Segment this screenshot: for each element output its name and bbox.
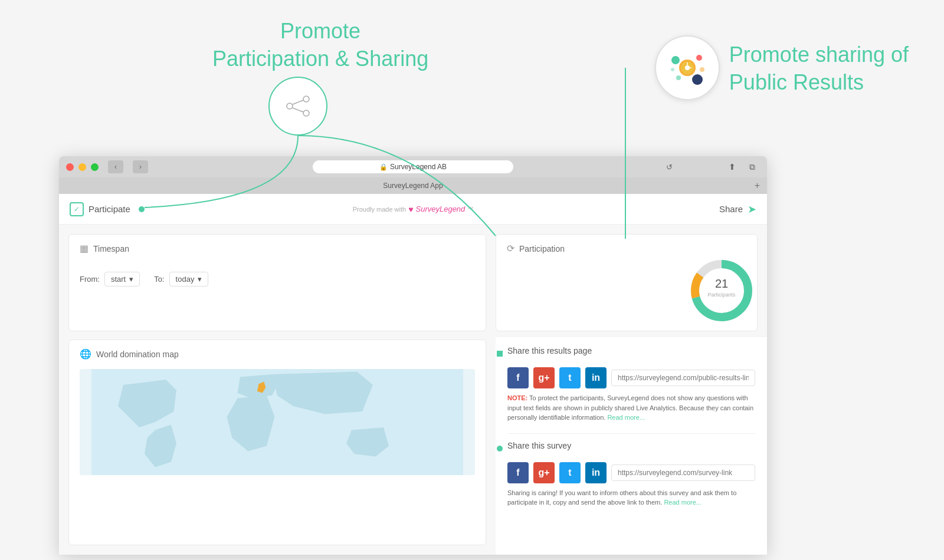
address-bar[interactable]: 🔒 SurveyLegend AB	[313, 160, 513, 173]
traffic-light-red[interactable]	[66, 163, 74, 171]
googleplus-button-survey[interactable]: g+	[533, 462, 555, 483]
traffic-light-yellow[interactable]	[78, 163, 86, 171]
svg-point-0	[287, 103, 293, 109]
participate-label: Participate	[88, 204, 130, 214]
from-field: From: start ▾	[80, 272, 140, 286]
svg-point-7	[685, 65, 690, 70]
share-button[interactable]: Share ➤	[719, 203, 756, 216]
right-annotation: Promote sharing of Public Results	[729, 41, 909, 97]
map-body	[80, 369, 475, 475]
facebook-button-survey[interactable]: f	[507, 462, 529, 483]
participate-button[interactable]: ✓ Participate	[70, 202, 145, 216]
results-note: NOTE: To protect the participants, Surve…	[507, 393, 755, 423]
svg-point-2	[303, 110, 309, 116]
participation-donut: 21 Participants	[680, 252, 758, 325]
participate-icon: ✓	[70, 202, 84, 216]
share-results-title: Share this results page	[507, 346, 592, 355]
to-select[interactable]: today ▾	[169, 272, 209, 286]
send-icon: ➤	[748, 203, 756, 216]
share-icon-circle	[268, 77, 327, 136]
participation-card: ⟳ Participation 21 Parti	[496, 234, 758, 331]
tab-bar: SurveyLegend App +	[59, 177, 767, 194]
app-toolbar: ✓ Participate Proudly made with ♥ Survey…	[59, 194, 767, 225]
map-card: 🌐 World domination map	[68, 340, 486, 545]
participation-icon: ⟳	[507, 243, 514, 254]
traffic-light-green[interactable]	[91, 163, 99, 171]
back-button[interactable]: ‹	[108, 160, 123, 173]
timespan-controls: From: start ▾ To: today ▾	[80, 272, 475, 286]
from-select[interactable]: start ▾	[104, 272, 140, 286]
svg-point-10	[671, 56, 680, 64]
svg-point-13	[692, 74, 703, 85]
svg-point-1	[303, 96, 309, 102]
share-results-row: f g+ t in	[507, 367, 755, 388]
svg-line-4	[293, 108, 303, 112]
proudly-made: Proudly made with ♥ SurveyLegend ™	[353, 205, 474, 214]
app-main: ▦ Timespan From: start ▾ To:	[59, 225, 767, 555]
sl-brand: SurveyLegend	[415, 205, 465, 213]
globe-icon: 🌐	[80, 348, 91, 360]
results-link-input[interactable]	[611, 370, 755, 386]
svg-point-11	[696, 55, 702, 61]
twitter-button-results[interactable]: t	[559, 367, 581, 388]
new-tab-button[interactable]: +	[755, 180, 760, 191]
fullscreen-button[interactable]: ⧉	[745, 160, 760, 173]
svg-text:21: 21	[715, 277, 728, 290]
to-label: To:	[154, 275, 164, 284]
results-icon-circle	[655, 35, 720, 100]
share-results-section: Share this results page f g+ t in NOTE: …	[507, 346, 755, 423]
app-content: ✓ Participate Proudly made with ♥ Survey…	[59, 194, 767, 555]
left-annotation-title: Promote Participation & Sharing	[212, 18, 428, 73]
svg-line-3	[293, 100, 303, 104]
results-read-more[interactable]: Read more...	[607, 414, 645, 421]
tab-title: SurveyLegend App	[383, 182, 442, 190]
svg-point-15	[671, 68, 674, 71]
facebook-button-results[interactable]: f	[507, 367, 529, 388]
share-survey-row: f g+ t in	[507, 462, 755, 483]
right-annotation-title: Promote sharing of Public Results	[729, 41, 909, 97]
forward-button[interactable]: ›	[133, 160, 148, 173]
svg-point-6	[681, 61, 694, 74]
note-label: NOTE:	[507, 394, 527, 401]
to-field: To: today ▾	[154, 272, 208, 286]
heart-icon: ♥	[408, 205, 413, 214]
googleplus-button-results[interactable]: g+	[533, 367, 555, 388]
participate-dot	[139, 206, 145, 212]
share-survey-section: Share this survey f g+ t in Sharing is c…	[507, 441, 755, 508]
share-label: Share	[719, 204, 743, 214]
lock-icon: 🔒	[379, 163, 388, 171]
survey-dot	[497, 446, 503, 452]
browser-titlebar: ‹ › 🔒 SurveyLegend AB ↺ ⬆ ⧉	[59, 156, 767, 177]
from-label: From:	[80, 275, 100, 284]
timespan-card: ▦ Timespan From: start ▾ To:	[68, 234, 486, 331]
svg-point-14	[700, 67, 704, 72]
browser-window: ‹ › 🔒 SurveyLegend AB ↺ ⬆ ⧉ SurveyLegend…	[59, 156, 767, 555]
share-browser-button[interactable]: ⬆	[725, 160, 740, 173]
linkedin-button-results[interactable]: in	[585, 367, 607, 388]
svg-point-12	[676, 75, 681, 80]
svg-point-5	[679, 60, 696, 76]
world-map-svg	[80, 369, 475, 475]
left-panel: ▦ Timespan From: start ▾ To:	[59, 225, 496, 555]
linkedin-button-survey[interactable]: in	[585, 462, 607, 483]
timespan-title: ▦ Timespan	[80, 243, 475, 254]
twitter-button-survey[interactable]: t	[559, 462, 581, 483]
browser-actions: ⬆ ⧉	[725, 160, 760, 173]
left-annotation: Promote Participation & Sharing	[212, 18, 428, 73]
address-text: SurveyLegend AB	[390, 163, 447, 171]
results-dot	[497, 351, 503, 357]
reload-button[interactable]: ↺	[666, 163, 673, 172]
survey-read-more[interactable]: Read more...	[664, 499, 702, 506]
map-title: 🌐 World domination map	[80, 348, 475, 360]
svg-text:Participants: Participants	[707, 292, 736, 298]
survey-note: Sharing is caring! If you want to inform…	[507, 488, 755, 508]
survey-link-input[interactable]	[611, 465, 755, 481]
calendar-icon: ▦	[80, 243, 88, 254]
share-survey-title: Share this survey	[507, 441, 571, 450]
right-panel: ⟳ Participation 21 Parti	[496, 225, 767, 555]
share-panel: Share this results page f g+ t in NOTE: …	[496, 336, 767, 555]
